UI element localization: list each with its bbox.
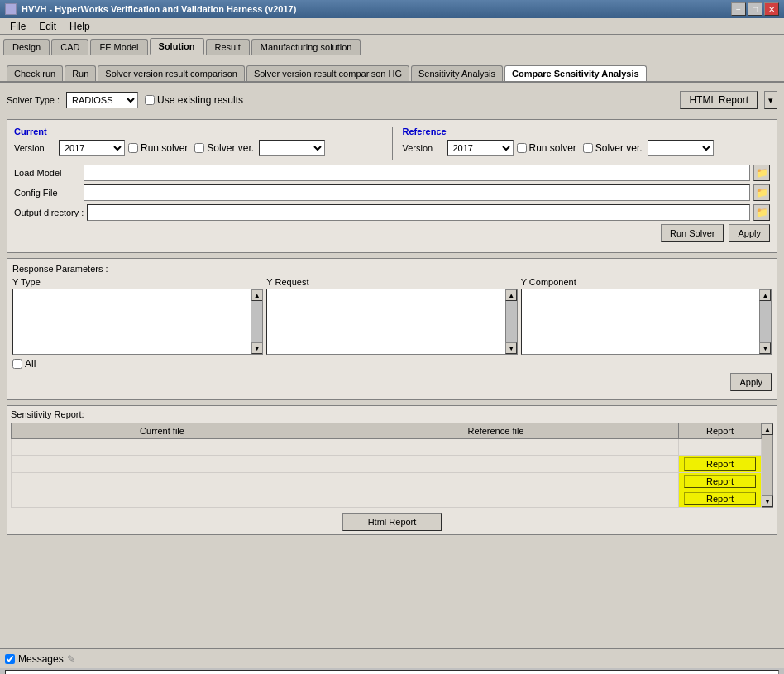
current-solver-ver-label: Solver ver. — [194, 142, 254, 154]
messages-bar: Messages ✎ — [0, 648, 784, 668]
sub-tab-run[interactable]: Run — [65, 65, 96, 81]
report-btn-cell: Report — [679, 490, 762, 508]
sensitivity-table-container: Current file Reference file Report — [11, 423, 773, 508]
output-dir-input[interactable] — [87, 204, 750, 221]
current-file-cell — [12, 473, 313, 490]
tab-fe-model[interactable]: FE Model — [90, 39, 147, 55]
reference-solver-ver-select[interactable] — [648, 140, 714, 156]
tab-design[interactable]: Design — [3, 39, 50, 55]
sensitivity-report-table: Current file Reference file Report — [11, 423, 762, 508]
current-col: Current Version 201720182019 Run solver … — [14, 127, 382, 160]
table-row: Report — [12, 456, 762, 473]
use-existing-checkbox-label: Use existing results — [145, 94, 243, 106]
reference-file-cell — [313, 490, 679, 508]
current-solver-ver-checkbox[interactable] — [194, 143, 204, 153]
html-report-dropdown[interactable]: ▾ — [764, 91, 777, 109]
table-row — [12, 439, 762, 456]
report-button-2[interactable]: Report — [684, 475, 756, 488]
all-checkbox[interactable] — [12, 359, 22, 369]
output-dir-folder-icon[interactable]: 📁 — [753, 204, 770, 221]
tab-solution[interactable]: Solution — [150, 38, 204, 55]
reference-label: Reference — [403, 127, 771, 136]
sub-tab-check-run[interactable]: Check run — [7, 65, 63, 81]
html-report-button[interactable]: HTML Report — [680, 91, 758, 109]
y-component-scroll-up[interactable]: ▲ — [759, 289, 771, 301]
output-dir-label: Output directory : — [14, 208, 84, 217]
col-header-reference-file: Reference file — [313, 423, 679, 439]
messages-checkbox[interactable] — [5, 654, 15, 664]
messages-panel[interactable] — [5, 670, 779, 674]
current-run-solver-label: Run solver — [128, 142, 188, 154]
use-existing-checkbox[interactable] — [145, 95, 155, 105]
maximize-button[interactable]: □ — [748, 2, 762, 16]
y-type-scroll-track[interactable] — [251, 301, 262, 342]
config-file-input[interactable] — [84, 184, 750, 201]
table-row: Report — [12, 473, 762, 490]
y-type-scroll-down[interactable]: ▼ — [251, 342, 263, 354]
table-scroll-up[interactable]: ▲ — [762, 423, 773, 435]
apply-btn-row-2: Apply — [12, 373, 772, 391]
col-header-report: Report — [679, 423, 762, 439]
messages-label: Messages — [18, 653, 64, 665]
y-type-header: Y Type — [12, 277, 263, 287]
y-request-scroll-down[interactable]: ▼ — [505, 342, 517, 354]
load-model-label: Load Model — [14, 168, 80, 178]
response-params-label: Response Parameters : — [12, 264, 772, 274]
y-component-listbox[interactable]: ▲ ▼ — [521, 289, 772, 355]
menu-help[interactable]: Help — [63, 19, 97, 34]
current-solver-ver-select[interactable] — [259, 140, 325, 156]
tab-cad[interactable]: CAD — [51, 39, 88, 55]
report-btn-cell: Report — [679, 456, 762, 473]
app-icon — [5, 3, 17, 15]
table-scroll-track[interactable] — [762, 435, 772, 495]
html-report-bottom-button[interactable]: Html Report — [342, 513, 442, 531]
report-button-3[interactable]: Report — [684, 492, 756, 505]
tab-manufacturing[interactable]: Manufacturing solution — [251, 39, 361, 55]
y-component-scroll-down[interactable]: ▼ — [759, 342, 771, 354]
menu-edit[interactable]: Edit — [32, 19, 63, 34]
reference-version-select[interactable]: 201720182019 — [447, 140, 514, 156]
table-scrollbar: ▲ ▼ — [762, 423, 773, 508]
sub-tab-solver-version-hg[interactable]: Solver version result comparison HG — [246, 65, 409, 81]
response-cols: Y Type ▲ ▼ Y Request ▲ ▼ — [12, 277, 772, 355]
sub-tab-compare-sensitivity[interactable]: Compare Sensitivity Analysis — [504, 65, 647, 81]
reference-solver-ver-checkbox[interactable] — [583, 143, 593, 153]
apply-button-1[interactable]: Apply — [729, 224, 770, 242]
reference-solver-ver-label: Solver ver. — [583, 142, 643, 154]
menu-file[interactable]: File — [3, 19, 32, 34]
reference-run-solver-checkbox[interactable] — [517, 143, 527, 153]
sub-tab-sensitivity[interactable]: Sensitivity Analysis — [411, 65, 503, 81]
toolbar-row: Solver Type : RADIOSS OptiStruct MotionS… — [7, 88, 777, 112]
sub-tab-solver-version[interactable]: Solver version result comparison — [98, 65, 245, 81]
tab-result[interactable]: Result — [206, 39, 250, 55]
y-component-scroll-track[interactable] — [760, 301, 771, 342]
minimize-button[interactable]: − — [731, 2, 746, 16]
current-version-label: Version — [14, 143, 55, 153]
y-type-scroll-up[interactable]: ▲ — [251, 289, 263, 301]
solver-type-select[interactable]: RADIOSS OptiStruct MotionSolve — [66, 92, 138, 108]
output-dir-row: Output directory : 📁 — [14, 204, 770, 221]
sensitivity-report-label: Sensitivity Report: — [11, 409, 773, 419]
y-request-listbox[interactable]: ▲ ▼ — [266, 289, 517, 355]
config-file-folder-icon[interactable]: 📁 — [753, 184, 770, 201]
run-solver-button[interactable]: Run Solver — [661, 224, 724, 242]
table-scroll-down[interactable]: ▼ — [762, 495, 773, 507]
current-version-select[interactable]: 201720182019 — [59, 140, 125, 156]
close-button[interactable]: ✕ — [764, 2, 779, 16]
report-button-1[interactable]: Report — [684, 457, 756, 471]
y-request-scroll-track[interactable] — [506, 301, 517, 342]
main-panel: Current Version 201720182019 Run solver … — [7, 119, 777, 253]
reference-run-solver-label: Run solver — [517, 142, 576, 154]
load-model-folder-icon[interactable]: 📁 — [753, 165, 770, 181]
reference-version-label: Version — [403, 143, 444, 153]
main-tab-bar: Design CAD FE Model Solution Result Manu… — [0, 35, 784, 55]
y-request-scroll-up[interactable]: ▲ — [505, 289, 517, 301]
apply-button-2[interactable]: Apply — [730, 373, 772, 391]
current-run-solver-checkbox[interactable] — [128, 143, 138, 153]
all-label: All — [25, 358, 36, 370]
load-model-input[interactable] — [84, 165, 750, 181]
y-component-col: Y Component ▲ ▼ — [521, 277, 772, 355]
y-type-listbox[interactable]: ▲ ▼ — [12, 289, 263, 355]
load-model-row: Load Model 📁 — [14, 165, 770, 181]
sub-tab-bar: Check run Run Solver version result comp… — [0, 62, 784, 83]
